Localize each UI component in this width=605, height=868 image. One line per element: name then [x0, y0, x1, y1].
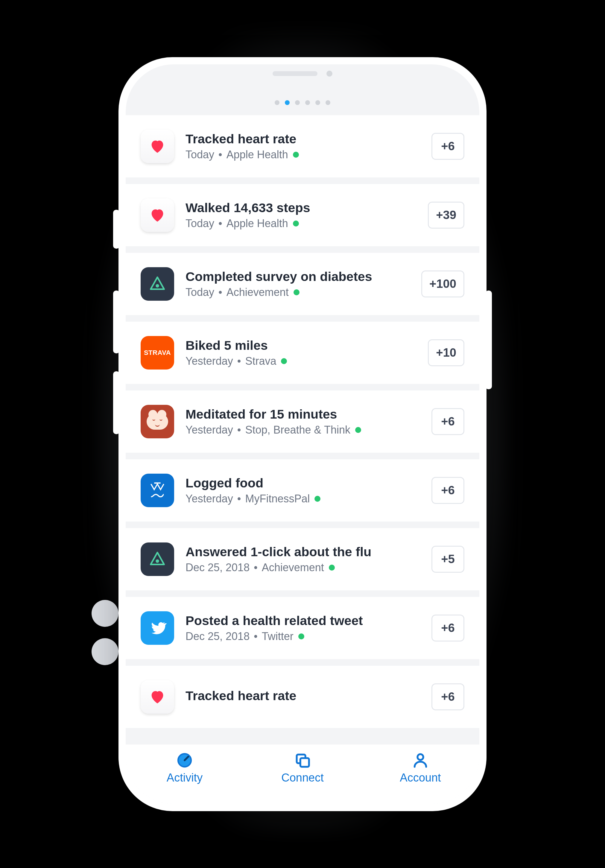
points-badge: +100 [421, 270, 464, 298]
svg-point-1 [155, 559, 159, 563]
page-dot-active[interactable] [285, 100, 290, 105]
points-badge: +6 [431, 615, 464, 642]
points-badge: +6 [431, 408, 464, 435]
page-dot[interactable] [315, 100, 320, 105]
activity-title: Meditated for 15 minutes [186, 407, 420, 422]
phone-camera [326, 71, 332, 77]
myfitnesspal-icon [141, 474, 174, 507]
activity-title: Posted a health related tweet [186, 613, 420, 629]
activity-row[interactable]: Walked 14,633 steps Today•Apple Health +… [126, 184, 479, 246]
phone-frame: Tracked heart rate Today•Apple Health +6… [118, 57, 487, 811]
phone-side-button [113, 210, 120, 249]
status-dot-icon [298, 634, 304, 639]
tab-activity[interactable]: Activity [126, 750, 244, 804]
phone-speaker [273, 71, 318, 76]
activity-row[interactable]: Tracked heart rate Today•Apple Health +6 [126, 115, 479, 177]
activity-row[interactable]: Posted a health related tweet Dec 25, 20… [126, 597, 479, 659]
achievement-icon [141, 267, 174, 301]
strava-logo-text: STRAVA [144, 349, 171, 356]
points-badge: +39 [428, 202, 464, 229]
apple-health-icon [141, 680, 174, 714]
activity-subtitle: Today•Achievement [186, 286, 410, 299]
points-badge: +6 [431, 133, 464, 160]
tab-bar: Activity Connect [126, 744, 479, 804]
person-icon [412, 752, 429, 769]
status-dot-icon [315, 496, 320, 502]
status-dot-icon [329, 564, 335, 570]
tab-connect[interactable]: Connect [244, 750, 361, 804]
activity-row[interactable]: Completed survey on diabetes Today•Achie… [126, 253, 479, 315]
page-dot[interactable] [275, 100, 279, 105]
activity-subtitle: Yesterday•Stop, Breathe & Think [186, 424, 420, 436]
stop-breathe-think-icon [141, 405, 174, 438]
activity-subtitle: Today•Apple Health [186, 149, 420, 161]
strava-icon: STRAVA [141, 336, 174, 369]
status-dot-icon [293, 289, 299, 295]
activity-row[interactable]: Meditated for 15 minutes Yesterday•Stop,… [126, 391, 479, 453]
tab-account[interactable]: Account [361, 750, 479, 804]
page-dot[interactable] [305, 100, 310, 105]
achievement-icon [141, 542, 174, 576]
phone-volume-down-button [113, 371, 120, 434]
activity-title: Completed survey on diabetes [186, 269, 410, 285]
tab-label: Activity [167, 771, 203, 784]
activity-title: Walked 14,633 steps [186, 200, 416, 216]
status-dot-icon [355, 427, 361, 433]
svg-point-0 [155, 284, 159, 288]
apple-health-icon [141, 130, 174, 163]
tab-label: Connect [281, 771, 324, 784]
activity-title: Tracked heart rate [186, 131, 420, 147]
points-badge: +6 [431, 477, 464, 504]
activity-row[interactable]: Answered 1-click about the flu Dec 25, 2… [126, 528, 479, 591]
activity-title: Tracked heart rate [186, 688, 420, 704]
page-dot[interactable] [326, 100, 330, 105]
svg-point-6 [417, 754, 423, 760]
status-dot-icon [293, 152, 299, 158]
status-dot-icon [293, 220, 299, 226]
twitter-icon [141, 611, 174, 645]
activity-subtitle: Dec 25, 2018•Achievement [186, 561, 420, 574]
points-badge: +6 [431, 684, 464, 710]
activity-row[interactable]: Logged food Yesterday•MyFitnessPal +6 [126, 459, 479, 521]
activity-feed[interactable]: Tracked heart rate Today•Apple Health +6… [126, 115, 479, 744]
activity-subtitle: Yesterday•Strava [186, 355, 416, 367]
activity-row[interactable]: STRAVA Biked 5 miles Yesterday•Strava +1… [126, 322, 479, 384]
activity-subtitle: Dec 25, 2018•Twitter [186, 630, 420, 643]
activity-title: Biked 5 miles [186, 338, 416, 353]
phone-screen: Tracked heart rate Today•Apple Health +6… [126, 64, 479, 804]
activity-title: Logged food [186, 476, 420, 491]
phone-power-button [485, 290, 492, 389]
apple-health-icon [141, 198, 174, 232]
activity-subtitle: Today•Apple Health [186, 217, 416, 230]
page-dot[interactable] [295, 100, 300, 105]
tab-label: Account [400, 771, 441, 784]
phone-volume-up-button [113, 290, 120, 353]
svg-rect-5 [300, 758, 309, 767]
squares-icon [294, 752, 311, 769]
points-badge: +5 [431, 546, 464, 573]
gauge-icon [176, 752, 193, 769]
status-dot-icon [281, 358, 287, 364]
points-badge: +10 [428, 339, 464, 366]
phone-notch [264, 69, 341, 78]
activity-subtitle: Yesterday•MyFitnessPal [186, 493, 420, 505]
activity-title: Answered 1-click about the flu [186, 544, 420, 560]
activity-row[interactable]: Tracked heart rate +6 [126, 666, 479, 728]
